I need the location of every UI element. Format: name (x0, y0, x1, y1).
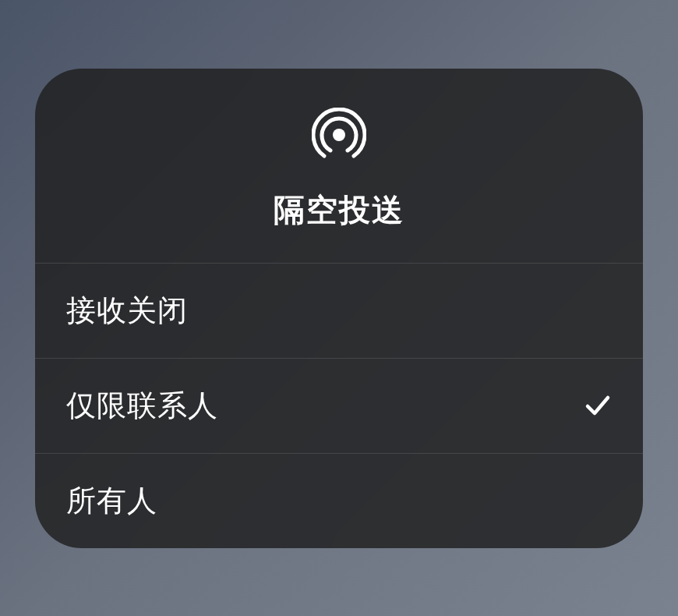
option-label: 仅限联系人 (66, 386, 218, 426)
checkmark-icon (584, 391, 612, 420)
svg-point-0 (333, 129, 345, 141)
option-label: 所有人 (66, 481, 157, 521)
option-everyone[interactable]: 所有人 (35, 454, 643, 548)
option-label: 接收关闭 (66, 291, 188, 331)
panel-header: 隔空投送 (35, 69, 643, 264)
airdrop-icon (312, 108, 366, 165)
panel-title: 隔空投送 (274, 189, 404, 232)
airdrop-settings-panel: 隔空投送 接收关闭 仅限联系人 所有人 (35, 69, 643, 548)
option-receiving-off[interactable]: 接收关闭 (35, 264, 643, 359)
option-contacts-only[interactable]: 仅限联系人 (35, 359, 643, 454)
option-list: 接收关闭 仅限联系人 所有人 (35, 264, 643, 548)
